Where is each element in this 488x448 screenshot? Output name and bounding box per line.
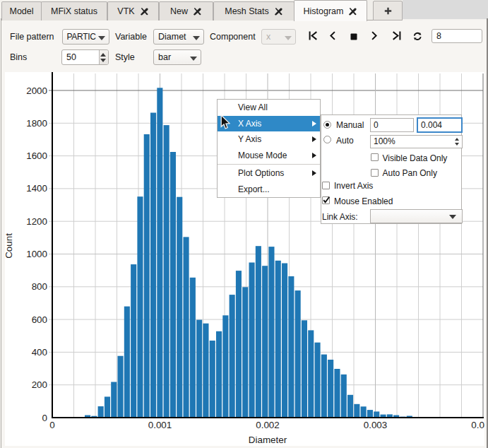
svg-text:600: 600	[32, 314, 47, 325]
svg-text:1600: 1600	[26, 151, 47, 161]
svg-text:0.002: 0.002	[256, 420, 280, 430]
svg-text:0: 0	[49, 420, 54, 430]
svg-text:1400: 1400	[26, 183, 47, 194]
svg-text:0: 0	[42, 413, 47, 423]
svg-text:0.003: 0.003	[364, 420, 388, 430]
svg-text:800: 800	[32, 281, 47, 292]
svg-text:Diameter: Diameter	[249, 435, 287, 445]
svg-text:2000: 2000	[26, 86, 47, 96]
svg-text:1800: 1800	[26, 118, 47, 129]
svg-text:0.001: 0.001	[148, 420, 172, 430]
svg-text:0.004: 0.004	[471, 420, 488, 430]
svg-text:400: 400	[32, 347, 47, 358]
svg-text:200: 200	[32, 379, 47, 390]
svg-text:Count: Count	[4, 233, 14, 259]
svg-text:1000: 1000	[26, 249, 47, 259]
svg-text:1200: 1200	[26, 216, 47, 227]
